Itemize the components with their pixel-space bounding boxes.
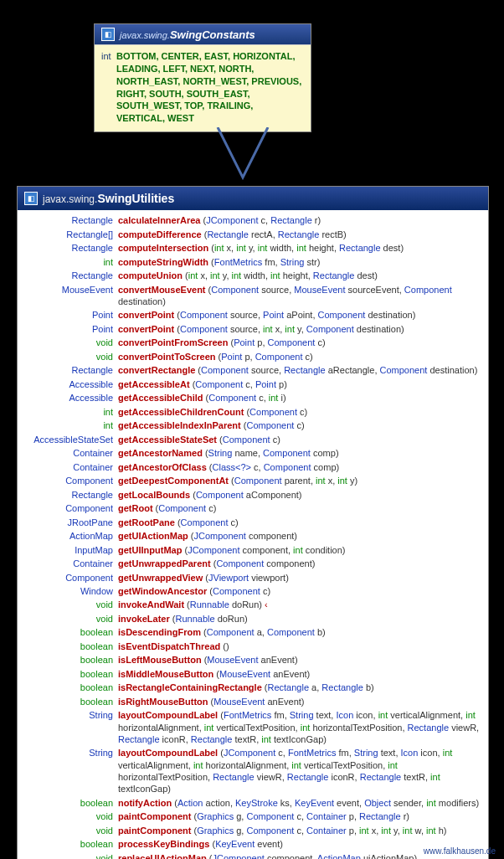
- method-row: PointconvertPoint (Component source, int…: [18, 322, 488, 336]
- method-row: ComponentgetDeepestComponentAt (Componen…: [18, 474, 488, 487]
- method-signature: convertPointFromScreen (Point p, Compone…: [118, 337, 481, 348]
- method-name: isDescendingFrom: [118, 627, 201, 637]
- method-name: getUIActionMap: [118, 531, 188, 541]
- method-name: getAncestorNamed: [118, 448, 203, 458]
- method-row: ContainergetUnwrappedParent (Component c…: [18, 557, 488, 570]
- method-signature: computeDifference (Rectangle rectA, Rect…: [118, 229, 481, 240]
- swingconstants-header: ◧ javax.swing.SwingConstants: [95, 24, 311, 45]
- method-signature: getAccessibleChild (Component c, int i): [118, 392, 481, 404]
- method-name: convertPointFromScreen: [118, 337, 228, 347]
- return-type: boolean: [24, 696, 118, 707]
- return-type: void: [24, 825, 118, 836]
- method-row: RectanglegetLocalBounds (Component aComp…: [18, 488, 488, 502]
- return-type: Rectangle: [24, 270, 118, 281]
- method-name: isEventDispatchThread: [118, 641, 220, 651]
- method-name: processKeyBindings: [118, 839, 209, 849]
- return-type: Component: [24, 475, 118, 486]
- method-signature: isDescendingFrom (Component a, Component…: [118, 626, 481, 638]
- top-package: javax.swing.: [120, 30, 170, 40]
- method-signature: convertMouseEvent (Component source, Mou…: [118, 284, 481, 308]
- swingconstants-body: int BOTTOM, CENTER, EAST, HORIZONTAL, LE…: [95, 45, 311, 131]
- return-type: int: [24, 256, 118, 268]
- method-signature: layoutCompoundLabel (FontMetrics fm, Str…: [118, 709, 481, 745]
- method-signature: convertPointToScreen (Point p, Component…: [118, 351, 481, 363]
- return-type: Point: [24, 323, 118, 335]
- interface-icon: ◧: [101, 28, 115, 41]
- method-signature: computeUnion (int x, int y, int width, i…: [118, 270, 481, 281]
- method-name: computeIntersection: [118, 243, 208, 253]
- top-class: SwingConstants: [170, 28, 255, 41]
- return-type: String: [24, 709, 118, 721]
- return-type: boolean: [24, 668, 118, 680]
- method-name: getAccessibleChild: [118, 393, 203, 403]
- method-signature: notifyAction (Action action, KeyStroke k…: [118, 797, 481, 809]
- method-signature: isRightMouseButton (MouseEvent anEvent): [118, 696, 481, 707]
- connector-line: [209, 127, 276, 186]
- method-name: isLeftMouseButton: [118, 655, 202, 665]
- method-signature: getRootPane (Component c): [118, 517, 481, 528]
- method-signature: isEventDispatchThread (): [118, 640, 481, 652]
- method-row: ContainergetAncestorOfClass (Class<?> c,…: [18, 460, 488, 474]
- method-name: getAccessibleIndexInParent: [118, 420, 241, 430]
- swingconstants-box: ◧ javax.swing.SwingConstants int BOTTOM,…: [94, 23, 311, 132]
- method-name: getWindowAncestor: [118, 586, 207, 596]
- return-type: Container: [24, 558, 118, 569]
- method-signature: isLeftMouseButton (MouseEvent anEvent): [118, 654, 481, 666]
- method-row: voidinvokeLater (Runnable doRun): [18, 612, 488, 625]
- method-row: booleanisRightMouseButton (MouseEvent an…: [18, 695, 488, 708]
- method-row: voidconvertPointFromScreen (Point p, Com…: [18, 336, 488, 349]
- return-type: Container: [24, 447, 118, 459]
- method-signature: getUIActionMap (JComponent component): [118, 530, 481, 542]
- method-row: intgetAccessibleChildrenCount (Component…: [18, 405, 488, 419]
- method-row: voidpaintComponent (Graphics g, Componen…: [18, 824, 488, 837]
- method-name: replaceUIActionMap: [118, 853, 207, 859]
- method-row: ComponentgetUnwrappedView (JViewport vie…: [18, 570, 488, 584]
- method-signature: getUIInputMap (JComponent component, int…: [118, 544, 481, 556]
- return-type: ActionMap: [24, 530, 118, 542]
- method-name: computeDifference: [118, 229, 202, 239]
- method-signature: getUnwrappedParent (Component component): [118, 558, 481, 569]
- constants-list: BOTTOM, CENTER, EAST, HORIZONTAL, LEADIN…: [116, 50, 304, 125]
- return-type: boolean: [24, 654, 118, 666]
- method-row: voidpaintComponent (Graphics g, Componen…: [18, 810, 488, 823]
- return-type: JRootPane: [24, 517, 118, 528]
- method-name: convertPoint: [118, 324, 174, 334]
- method-name: convertRectangle: [118, 365, 195, 375]
- return-type: Rectangle: [24, 242, 118, 254]
- return-type: String: [24, 747, 118, 759]
- credit-link[interactable]: www.falkhausen.de: [424, 846, 496, 856]
- method-signature: paintComponent (Graphics g, Component c,…: [118, 825, 481, 836]
- method-signature: getAccessibleChildrenCount (Component c): [118, 406, 481, 418]
- method-list: RectanglecalculateInnerArea (JComponent …: [18, 210, 488, 859]
- return-type: AccessibleStateSet: [24, 434, 118, 445]
- method-signature: getRoot (Component c): [118, 502, 481, 514]
- method-row: booleanisDescendingFrom (Component a, Co…: [18, 625, 488, 639]
- method-row: PointconvertPoint (Component source, Poi…: [18, 308, 488, 321]
- method-row: WindowgetWindowAncestor (Component c): [18, 584, 488, 598]
- return-type: InputMap: [24, 544, 118, 556]
- return-type: Point: [24, 309, 118, 321]
- method-signature: convertPoint (Component source, Point aP…: [118, 309, 481, 321]
- method-signature: getUnwrappedView (JViewport viewport): [118, 572, 481, 584]
- method-name: isRectangleContainingRectangle: [118, 682, 262, 692]
- method-name: isMiddleMouseButton: [118, 669, 213, 679]
- return-type: MouseEvent: [24, 284, 118, 296]
- method-row: RectanglecomputeUnion (int x, int y, int…: [18, 269, 488, 282]
- class-icon: ◧: [24, 192, 38, 205]
- method-row: booleanisMiddleMouseButton (MouseEvent a…: [18, 667, 488, 681]
- method-signature: getDeepestComponentAt (Component parent,…: [118, 475, 481, 486]
- main-package: javax.swing.: [43, 193, 97, 205]
- method-row: voidinvokeAndWait (Runnable doRun) ‹: [18, 598, 488, 611]
- method-name: getUnwrappedParent: [118, 558, 211, 568]
- method-name: getDeepestComponentAt: [118, 476, 229, 486]
- method-signature: getAccessibleStateSet (Component c): [118, 434, 481, 445]
- return-type: void: [24, 337, 118, 348]
- method-signature: paintComponent (Graphics g, Component c,…: [118, 810, 481, 822]
- return-type: Component: [24, 572, 118, 584]
- method-signature: calculateInnerArea (JComponent c, Rectan…: [118, 214, 481, 226]
- method-row: StringlayoutCompoundLabel (FontMetrics f…: [18, 708, 488, 746]
- return-type: int: [24, 419, 118, 431]
- main-class: SwingUtilities: [97, 192, 174, 205]
- method-row: intcomputeStringWidth (FontMetrics fm, S…: [18, 255, 488, 268]
- method-name: notifyAction: [118, 798, 172, 808]
